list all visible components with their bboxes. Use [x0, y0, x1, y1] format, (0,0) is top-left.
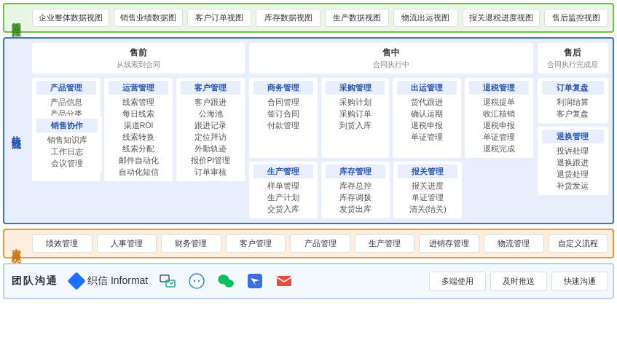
module-item[interactable]: 退税申报	[469, 120, 529, 132]
module-item[interactable]: 退税完成	[469, 143, 529, 155]
module-item[interactable]: 库存调拨	[326, 192, 385, 204]
module-item[interactable]: 发货出库	[326, 204, 385, 215]
module-item[interactable]: 邮件自动化	[109, 155, 168, 167]
support-label: 支撑系统	[4, 230, 28, 257]
module-item[interactable]: 跟进记录	[181, 120, 240, 132]
module-item[interactable]: 付款管理	[254, 120, 313, 132]
support-item[interactable]: 生产管理	[355, 234, 415, 253]
mail-icon	[275, 272, 294, 290]
process-band: 执行流程 售前 从线索到合同 售中 合同执行中 售后 合同执行完成后 产品管理	[3, 37, 614, 224]
module-row: 销售协作 销售知识库 工作日志 会议管理	[32, 116, 102, 173]
module-item[interactable]: 交货入库	[254, 204, 313, 215]
svg-point-3	[194, 280, 195, 282]
phase-title: 售前	[32, 47, 245, 59]
module-item[interactable]: 生产计划	[254, 192, 313, 204]
sync-icon	[158, 272, 177, 290]
module-item[interactable]: 确认运期	[397, 108, 457, 120]
module-item[interactable]: 客户复盘	[542, 108, 604, 120]
module-item[interactable]: 合同管理	[254, 97, 313, 108]
icon-row	[152, 269, 299, 293]
monitor-band: 管理监控 企业整体数据视图 销售业绩数据图 客户订单视图 库存数据视图 生产数据…	[3, 3, 614, 33]
module-item[interactable]: 库存总控	[326, 181, 385, 192]
module-item[interactable]: 销售知识库	[36, 135, 98, 146]
module-purchase: 采购管理 采购计划 采购订单 到货入库	[321, 78, 390, 158]
module-item[interactable]: 工作日志	[36, 146, 98, 158]
support-item[interactable]: 财务管理	[161, 234, 221, 253]
module-item[interactable]: 采购订单	[326, 108, 385, 120]
support-item[interactable]: 物流管理	[484, 234, 544, 253]
module-row: 退换管理 投诉处理 退换跟进 退货处理 补货发运	[538, 127, 608, 195]
module-header: 退税管理	[469, 81, 529, 95]
module-item[interactable]: 补货发运	[542, 181, 604, 192]
module-item[interactable]: 订单审核	[181, 167, 240, 178]
module-ship: 出运管理 货代跟进 确认运期 退税申报 单证管理	[393, 78, 461, 158]
module-item[interactable]: 单证管理	[469, 132, 529, 143]
module-item[interactable]: 样单管理	[254, 181, 313, 192]
support-item[interactable]: 绩效管理	[32, 234, 93, 253]
support-item[interactable]: 客户管理	[226, 234, 286, 253]
module-item[interactable]: 线索转换	[109, 132, 168, 143]
module-item[interactable]: 线索管理	[109, 97, 168, 108]
module-item[interactable]: 公海池	[181, 108, 240, 120]
support-body: 绩效管理 人事管理 财务管理 客户管理 产品管理 生产管理 进销存管理 物流管理…	[28, 230, 613, 257]
monitor-item[interactable]: 客户订单视图	[187, 9, 251, 27]
module-item[interactable]: 退换跟进	[542, 157, 604, 169]
module-return: 退换管理 投诉处理 退换跟进 退货处理 补货发运	[538, 127, 608, 195]
module-item[interactable]: 产品信息	[36, 97, 96, 108]
support-item[interactable]: 产品管理	[290, 234, 350, 253]
monitor-item[interactable]: 售后监控视图	[544, 9, 608, 27]
support-item[interactable]: 人事管理	[97, 234, 157, 253]
modules-row: 产品管理 产品信息 产品分类 产品搜索 运营管理 线索管理 每日线索 渠道ROI…	[32, 78, 608, 218]
module-header: 退换管理	[542, 130, 604, 143]
support-item[interactable]: 自定义流程	[549, 234, 609, 253]
monitor-item[interactable]: 生产数据视图	[325, 9, 389, 27]
monitor-item[interactable]: 库存数据视图	[256, 9, 320, 27]
module-item[interactable]: 退货处理	[542, 169, 604, 181]
module-item[interactable]: 自动化短信	[109, 167, 168, 178]
module-tax: 退税管理 退税提单 收汇核销 退税申报 单证管理 退税完成	[465, 78, 533, 158]
module-item[interactable]: 签订合同	[254, 108, 313, 120]
module-item[interactable]: 线索分配	[109, 143, 168, 155]
module-stock: 库存管理 库存总控 库存调拨 发货出库	[321, 162, 390, 218]
svg-rect-8	[277, 276, 291, 286]
monitor-item[interactable]: 物流出运视图	[393, 9, 457, 27]
module-item[interactable]: 退税提单	[469, 97, 529, 108]
monitor-body: 企业整体数据视图 销售业绩数据图 客户订单视图 库存数据视图 生产数据视图 物流…	[28, 4, 613, 31]
module-item[interactable]: 收汇核销	[469, 108, 529, 120]
module-item[interactable]: 报价PI管理	[181, 155, 240, 167]
comm-item[interactable]: 快速沟通	[551, 272, 608, 291]
module-item[interactable]: 利润结算	[542, 97, 604, 108]
module-review: 订单复盘 利润结算 客户复盘	[538, 78, 608, 123]
module-header: 采购管理	[326, 81, 385, 95]
support-item[interactable]: 进销存管理	[419, 234, 479, 253]
module-item[interactable]: 每日线索	[109, 108, 168, 120]
module-item[interactable]: 采购计划	[326, 97, 385, 108]
module-item[interactable]: 定位拜访	[181, 132, 240, 143]
module-item[interactable]: 投诉处理	[542, 146, 604, 157]
module-item[interactable]: 单证管理	[398, 192, 457, 204]
brand-text: 织信 Informat	[87, 274, 148, 288]
module-item[interactable]: 会议管理	[36, 158, 98, 170]
comm-item[interactable]: 及时推送	[490, 272, 547, 291]
module-item[interactable]: 客户跟进	[181, 97, 240, 108]
module-header: 客户管理	[181, 81, 240, 95]
module-item[interactable]: 外勤轨迹	[181, 143, 240, 155]
module-item[interactable]: 退税申报	[397, 120, 457, 132]
module-item[interactable]: 报关进度	[398, 181, 457, 192]
phase-mid: 售中 合同执行中	[249, 43, 533, 74]
module-item[interactable]: 货代跟进	[397, 97, 457, 108]
module-header: 订单复盘	[542, 81, 604, 95]
brand-icon	[67, 272, 85, 290]
comm-item[interactable]: 多端使用	[429, 272, 486, 291]
comm-band: 团队沟通 织信 Informat 多端使用 及时推送 快速沟通	[3, 263, 614, 299]
module-item[interactable]: 清关(结关)	[398, 204, 457, 215]
monitor-item[interactable]: 销售业绩数据图	[114, 9, 183, 27]
module-header: 报关管理	[398, 165, 457, 178]
module-item[interactable]: 单证管理	[397, 132, 457, 143]
module-item[interactable]: 渠道ROI	[109, 120, 168, 132]
post-column: 订单复盘 利润结算 客户复盘 退换管理 投诉处理 退换跟进 退货处理 补货发运	[538, 78, 608, 218]
monitor-item[interactable]: 报关退税进度视图	[463, 9, 540, 27]
monitor-item[interactable]: 企业整体数据视图	[32, 9, 109, 27]
phase-subtitle: 从线索到合同	[32, 60, 245, 70]
module-item[interactable]: 到货入库	[326, 120, 385, 132]
